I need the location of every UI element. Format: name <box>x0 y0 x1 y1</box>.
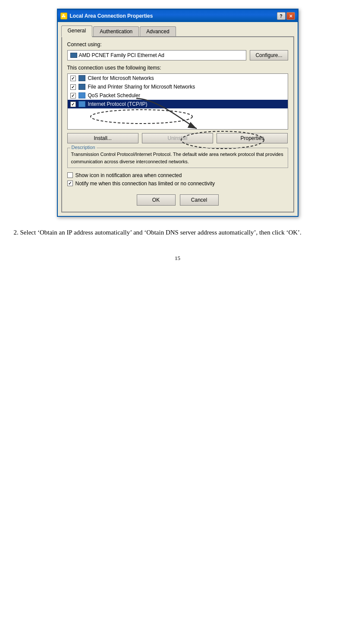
configure-button[interactable]: Configure... <box>250 50 288 60</box>
tab-general[interactable]: General <box>61 25 93 37</box>
list-item[interactable]: QoS Packet Scheduler <box>68 91 288 100</box>
ok-button[interactable]: OK <box>137 194 176 206</box>
list-item[interactable]: Client for Microsoft Networks <box>68 74 288 82</box>
connect-using-label: Connect using: <box>67 41 288 48</box>
dialog-window: 🖧 Local Area Connection Properties ? ✕ G… <box>57 9 298 217</box>
instruction-text: 2. Select ‘Obtain an IP address automati… <box>14 227 342 238</box>
bottom-options: Show icon in notification area when conn… <box>67 172 288 187</box>
device-icon <box>70 53 77 58</box>
file-icon <box>79 84 85 90</box>
main-panel: Connect using: AMD PCNET Family PCI Ethe… <box>61 37 294 213</box>
items-list: Client for Microsoft Networks File and P… <box>67 73 288 130</box>
close-button[interactable]: ✕ <box>286 12 295 20</box>
cancel-button[interactable]: Cancel <box>180 194 219 206</box>
properties-button[interactable]: Properties <box>217 133 288 143</box>
title-bar-buttons: ? ✕ <box>277 12 295 20</box>
window-title: Local Area Connection Properties <box>70 13 153 19</box>
checkbox-file[interactable] <box>70 84 76 90</box>
page-number: 15 <box>175 246 180 262</box>
connect-using-row: AMD PCNET Family PCI Ethernet Ad Configu… <box>67 50 288 60</box>
checkbox-show-icon-label: Show icon in notification area when conn… <box>75 172 182 178</box>
checkbox-notify-label: Notify me when this connection has limit… <box>75 181 215 187</box>
action-buttons-wrapper: Install... Uninstall Properties <box>67 133 288 143</box>
qos-icon <box>79 92 85 98</box>
description-text: Transmission Control Protocol/Internet P… <box>71 151 284 165</box>
dialog-bottom-buttons: OK Cancel <box>67 191 288 207</box>
checkbox-notify[interactable] <box>67 181 73 186</box>
help-button[interactable]: ? <box>277 12 286 20</box>
item-label: QoS Packet Scheduler <box>88 92 140 98</box>
item-label: Internet Protocol (TCP/IP) <box>88 101 148 107</box>
tab-authentication[interactable]: Authentication <box>93 26 139 36</box>
checkbox-row-notify2: Notify me when this connection has limit… <box>67 181 288 187</box>
device-field: AMD PCNET Family PCI Ethernet Ad <box>67 50 247 60</box>
item-label: File and Printer Sharing for Microsoft N… <box>88 84 195 90</box>
client-icon <box>79 75 85 81</box>
description-group: Description Transmission Control Protoco… <box>67 148 288 168</box>
checkbox-tcp[interactable] <box>70 102 76 107</box>
tab-advanced[interactable]: Advanced <box>140 26 176 36</box>
window-icon: 🖧 <box>60 13 67 19</box>
checkbox-client[interactable] <box>70 76 76 81</box>
annotation-wrapper: Client for Microsoft Networks File and P… <box>67 73 288 130</box>
items-label: This connection uses the following items… <box>67 65 288 71</box>
title-bar: 🖧 Local Area Connection Properties ? ✕ <box>58 10 298 22</box>
checkbox-show-icon[interactable] <box>67 172 73 178</box>
item-label: Client for Microsoft Networks <box>88 75 154 81</box>
uninstall-button[interactable]: Uninstall <box>142 133 213 143</box>
device-name: AMD PCNET Family PCI Ethernet Ad <box>79 52 165 58</box>
tabs-container: General Authentication Advanced <box>61 25 294 37</box>
tcp-icon <box>79 101 85 107</box>
dialog-content: General Authentication Advanced Connect … <box>58 22 298 216</box>
checkbox-qos[interactable] <box>70 93 76 98</box>
description-legend: Description <box>70 145 97 150</box>
action-buttons-row: Install... Uninstall Properties <box>67 133 288 143</box>
checkbox-row-notify1: Show icon in notification area when conn… <box>67 172 288 178</box>
install-button[interactable]: Install... <box>67 133 138 143</box>
list-item-selected[interactable]: Internet Protocol (TCP/IP) <box>68 100 288 108</box>
list-item[interactable]: File and Printer Sharing for Microsoft N… <box>68 82 288 91</box>
